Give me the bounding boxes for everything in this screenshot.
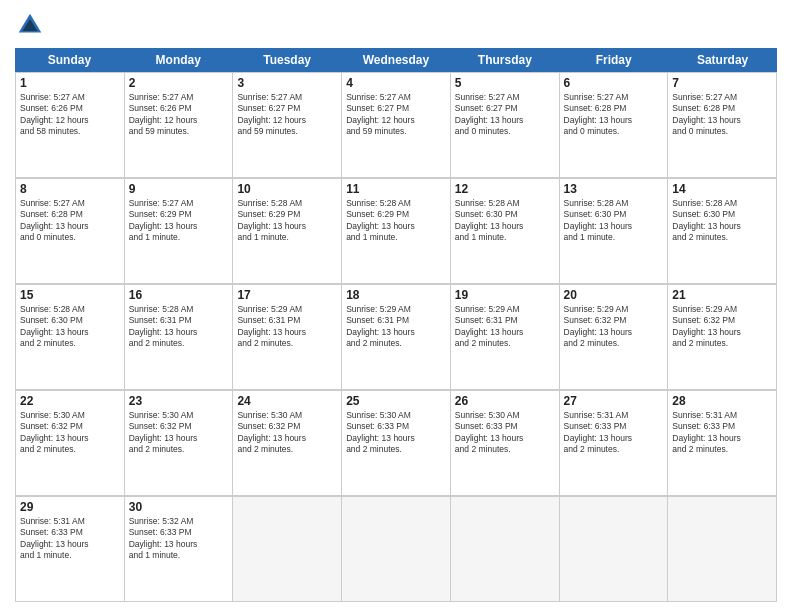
day-info: Sunrise: 5:29 AM Sunset: 6:31 PM Dayligh… xyxy=(346,304,446,350)
day-cell-12: 12Sunrise: 5:28 AM Sunset: 6:30 PM Dayli… xyxy=(451,179,560,284)
day-cell-14: 14Sunrise: 5:28 AM Sunset: 6:30 PM Dayli… xyxy=(668,179,777,284)
day-number: 20 xyxy=(564,288,664,302)
day-number: 17 xyxy=(237,288,337,302)
day-cell-30: 30Sunrise: 5:32 AM Sunset: 6:33 PM Dayli… xyxy=(125,497,234,602)
day-cell-27: 27Sunrise: 5:31 AM Sunset: 6:33 PM Dayli… xyxy=(560,391,669,496)
day-info: Sunrise: 5:30 AM Sunset: 6:32 PM Dayligh… xyxy=(129,410,229,456)
day-number: 4 xyxy=(346,76,446,90)
day-cell-24: 24Sunrise: 5:30 AM Sunset: 6:32 PM Dayli… xyxy=(233,391,342,496)
day-cell-8: 8Sunrise: 5:27 AM Sunset: 6:28 PM Daylig… xyxy=(16,179,125,284)
day-number: 12 xyxy=(455,182,555,196)
day-info: Sunrise: 5:28 AM Sunset: 6:30 PM Dayligh… xyxy=(564,198,664,244)
calendar-row-2: 15Sunrise: 5:28 AM Sunset: 6:30 PM Dayli… xyxy=(15,284,777,390)
day-cell-5: 5Sunrise: 5:27 AM Sunset: 6:27 PM Daylig… xyxy=(451,73,560,178)
day-number: 3 xyxy=(237,76,337,90)
day-number: 27 xyxy=(564,394,664,408)
day-info: Sunrise: 5:28 AM Sunset: 6:30 PM Dayligh… xyxy=(455,198,555,244)
day-info: Sunrise: 5:29 AM Sunset: 6:32 PM Dayligh… xyxy=(672,304,772,350)
day-info: Sunrise: 5:27 AM Sunset: 6:26 PM Dayligh… xyxy=(129,92,229,138)
header-day-monday: Monday xyxy=(124,48,233,72)
day-cell-19: 19Sunrise: 5:29 AM Sunset: 6:31 PM Dayli… xyxy=(451,285,560,390)
day-cell-3: 3Sunrise: 5:27 AM Sunset: 6:27 PM Daylig… xyxy=(233,73,342,178)
day-cell-15: 15Sunrise: 5:28 AM Sunset: 6:30 PM Dayli… xyxy=(16,285,125,390)
day-info: Sunrise: 5:27 AM Sunset: 6:29 PM Dayligh… xyxy=(129,198,229,244)
day-cell-29: 29Sunrise: 5:31 AM Sunset: 6:33 PM Dayli… xyxy=(16,497,125,602)
day-info: Sunrise: 5:30 AM Sunset: 6:33 PM Dayligh… xyxy=(346,410,446,456)
header-day-sunday: Sunday xyxy=(15,48,124,72)
day-number: 30 xyxy=(129,500,229,514)
day-info: Sunrise: 5:30 AM Sunset: 6:33 PM Dayligh… xyxy=(455,410,555,456)
day-number: 13 xyxy=(564,182,664,196)
day-cell-26: 26Sunrise: 5:30 AM Sunset: 6:33 PM Dayli… xyxy=(451,391,560,496)
day-cell-17: 17Sunrise: 5:29 AM Sunset: 6:31 PM Dayli… xyxy=(233,285,342,390)
day-info: Sunrise: 5:27 AM Sunset: 6:28 PM Dayligh… xyxy=(672,92,772,138)
calendar-row-1: 8Sunrise: 5:27 AM Sunset: 6:28 PM Daylig… xyxy=(15,178,777,284)
header-day-thursday: Thursday xyxy=(450,48,559,72)
logo-icon xyxy=(15,10,45,40)
day-cell-25: 25Sunrise: 5:30 AM Sunset: 6:33 PM Dayli… xyxy=(342,391,451,496)
day-number: 26 xyxy=(455,394,555,408)
calendar-row-4: 29Sunrise: 5:31 AM Sunset: 6:33 PM Dayli… xyxy=(15,496,777,602)
header xyxy=(15,10,777,40)
day-cell-20: 20Sunrise: 5:29 AM Sunset: 6:32 PM Dayli… xyxy=(560,285,669,390)
day-cell-2: 2Sunrise: 5:27 AM Sunset: 6:26 PM Daylig… xyxy=(125,73,234,178)
day-number: 21 xyxy=(672,288,772,302)
day-info: Sunrise: 5:28 AM Sunset: 6:31 PM Dayligh… xyxy=(129,304,229,350)
day-number: 10 xyxy=(237,182,337,196)
day-cell-11: 11Sunrise: 5:28 AM Sunset: 6:29 PM Dayli… xyxy=(342,179,451,284)
day-cell-4: 4Sunrise: 5:27 AM Sunset: 6:27 PM Daylig… xyxy=(342,73,451,178)
day-cell-28: 28Sunrise: 5:31 AM Sunset: 6:33 PM Dayli… xyxy=(668,391,777,496)
header-day-friday: Friday xyxy=(559,48,668,72)
day-number: 25 xyxy=(346,394,446,408)
day-cell-1: 1Sunrise: 5:27 AM Sunset: 6:26 PM Daylig… xyxy=(16,73,125,178)
day-number: 11 xyxy=(346,182,446,196)
day-number: 22 xyxy=(20,394,120,408)
day-info: Sunrise: 5:27 AM Sunset: 6:27 PM Dayligh… xyxy=(237,92,337,138)
day-info: Sunrise: 5:27 AM Sunset: 6:28 PM Dayligh… xyxy=(564,92,664,138)
day-info: Sunrise: 5:30 AM Sunset: 6:32 PM Dayligh… xyxy=(237,410,337,456)
day-number: 18 xyxy=(346,288,446,302)
main-container: SundayMondayTuesdayWednesdayThursdayFrid… xyxy=(0,0,792,612)
day-info: Sunrise: 5:31 AM Sunset: 6:33 PM Dayligh… xyxy=(564,410,664,456)
logo xyxy=(15,10,49,40)
day-info: Sunrise: 5:31 AM Sunset: 6:33 PM Dayligh… xyxy=(20,516,120,562)
header-day-wednesday: Wednesday xyxy=(342,48,451,72)
day-info: Sunrise: 5:28 AM Sunset: 6:29 PM Dayligh… xyxy=(237,198,337,244)
day-info: Sunrise: 5:28 AM Sunset: 6:30 PM Dayligh… xyxy=(20,304,120,350)
day-cell-18: 18Sunrise: 5:29 AM Sunset: 6:31 PM Dayli… xyxy=(342,285,451,390)
day-info: Sunrise: 5:29 AM Sunset: 6:32 PM Dayligh… xyxy=(564,304,664,350)
empty-cell xyxy=(668,497,777,602)
calendar-header: SundayMondayTuesdayWednesdayThursdayFrid… xyxy=(15,48,777,72)
day-cell-22: 22Sunrise: 5:30 AM Sunset: 6:32 PM Dayli… xyxy=(16,391,125,496)
day-number: 9 xyxy=(129,182,229,196)
day-info: Sunrise: 5:28 AM Sunset: 6:29 PM Dayligh… xyxy=(346,198,446,244)
day-number: 1 xyxy=(20,76,120,90)
day-info: Sunrise: 5:27 AM Sunset: 6:28 PM Dayligh… xyxy=(20,198,120,244)
empty-cell xyxy=(451,497,560,602)
day-info: Sunrise: 5:27 AM Sunset: 6:27 PM Dayligh… xyxy=(346,92,446,138)
day-info: Sunrise: 5:30 AM Sunset: 6:32 PM Dayligh… xyxy=(20,410,120,456)
day-info: Sunrise: 5:27 AM Sunset: 6:26 PM Dayligh… xyxy=(20,92,120,138)
day-number: 14 xyxy=(672,182,772,196)
day-number: 7 xyxy=(672,76,772,90)
day-cell-23: 23Sunrise: 5:30 AM Sunset: 6:32 PM Dayli… xyxy=(125,391,234,496)
calendar-row-0: 1Sunrise: 5:27 AM Sunset: 6:26 PM Daylig… xyxy=(15,72,777,178)
empty-cell xyxy=(233,497,342,602)
day-cell-13: 13Sunrise: 5:28 AM Sunset: 6:30 PM Dayli… xyxy=(560,179,669,284)
day-info: Sunrise: 5:31 AM Sunset: 6:33 PM Dayligh… xyxy=(672,410,772,456)
day-cell-10: 10Sunrise: 5:28 AM Sunset: 6:29 PM Dayli… xyxy=(233,179,342,284)
day-number: 29 xyxy=(20,500,120,514)
day-number: 15 xyxy=(20,288,120,302)
day-number: 24 xyxy=(237,394,337,408)
empty-cell xyxy=(560,497,669,602)
day-info: Sunrise: 5:32 AM Sunset: 6:33 PM Dayligh… xyxy=(129,516,229,562)
day-cell-16: 16Sunrise: 5:28 AM Sunset: 6:31 PM Dayli… xyxy=(125,285,234,390)
day-info: Sunrise: 5:29 AM Sunset: 6:31 PM Dayligh… xyxy=(455,304,555,350)
day-cell-6: 6Sunrise: 5:27 AM Sunset: 6:28 PM Daylig… xyxy=(560,73,669,178)
day-cell-7: 7Sunrise: 5:27 AM Sunset: 6:28 PM Daylig… xyxy=(668,73,777,178)
day-info: Sunrise: 5:28 AM Sunset: 6:30 PM Dayligh… xyxy=(672,198,772,244)
day-info: Sunrise: 5:29 AM Sunset: 6:31 PM Dayligh… xyxy=(237,304,337,350)
calendar: SundayMondayTuesdayWednesdayThursdayFrid… xyxy=(15,48,777,602)
day-number: 5 xyxy=(455,76,555,90)
day-number: 6 xyxy=(564,76,664,90)
